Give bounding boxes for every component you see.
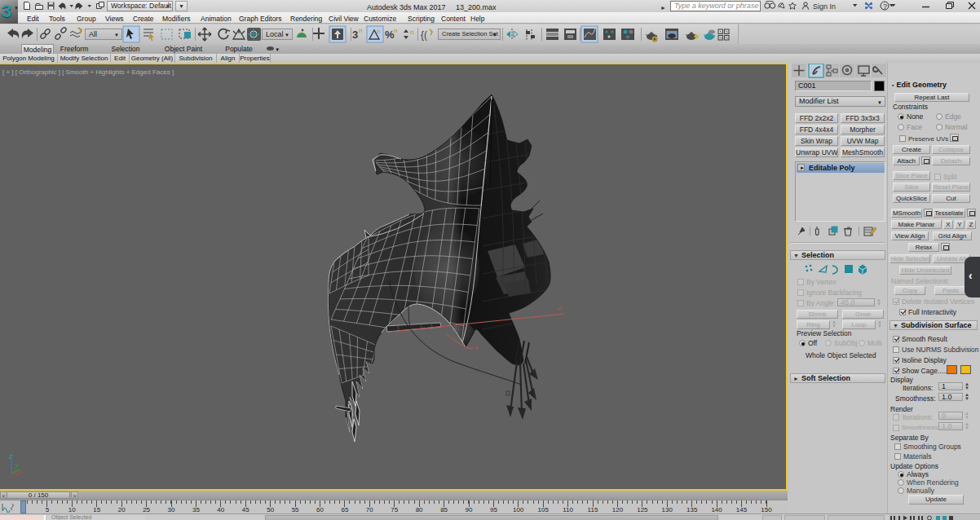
svg-text:{(: {( (421, 29, 427, 41)
svg-text:3: 3 (352, 29, 358, 41)
svg-text:?: ? (883, 2, 887, 11)
svg-text:Z: Z (9, 453, 13, 461)
svg-text:n: n (394, 27, 397, 34)
svg-text:n: n (410, 29, 413, 36)
svg-text:x: x (18, 469, 21, 474)
svg-text:y: y (15, 462, 19, 469)
svg-text:n: n (359, 27, 362, 34)
svg-text:n: n (377, 28, 380, 35)
